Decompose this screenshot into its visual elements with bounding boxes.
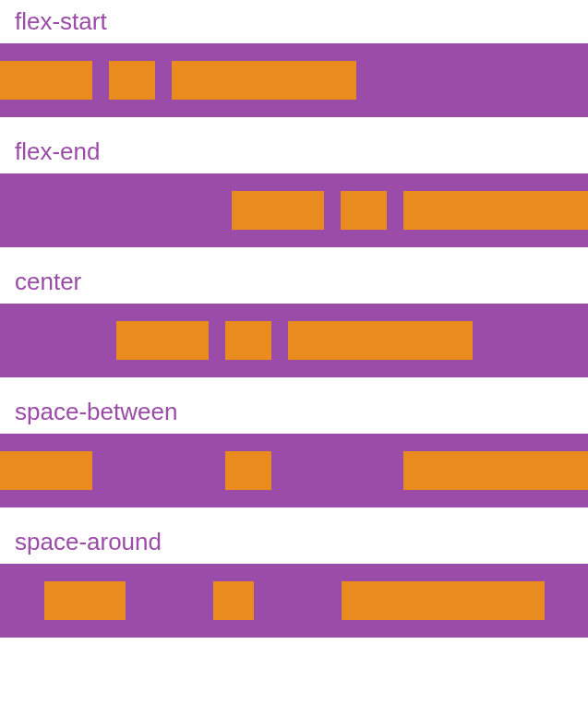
center-section: center <box>0 268 588 377</box>
flex-item <box>109 61 155 100</box>
flex-start-container <box>0 43 588 117</box>
space-between-label: space-between <box>0 398 588 434</box>
flex-item <box>116 321 209 360</box>
flex-item <box>403 451 588 490</box>
flex-item <box>288 321 473 360</box>
flex-item <box>403 191 588 230</box>
flex-end-label: flex-end <box>0 137 588 173</box>
flex-item <box>225 321 271 360</box>
flex-item <box>225 451 271 490</box>
space-around-label: space-around <box>0 528 588 564</box>
space-around-container <box>0 564 588 638</box>
center-label: center <box>0 268 588 304</box>
space-around-section: space-around <box>0 528 588 638</box>
flex-item <box>213 581 254 620</box>
flex-end-section: flex-end <box>0 137 588 247</box>
flex-item <box>172 61 356 100</box>
flex-item <box>0 451 92 490</box>
space-between-container <box>0 434 588 507</box>
center-container <box>0 304 588 377</box>
flex-item <box>44 581 126 620</box>
flex-end-container <box>0 173 588 247</box>
flex-start-section: flex-start <box>0 7 588 117</box>
space-between-section: space-between <box>0 398 588 507</box>
flex-item <box>341 191 387 230</box>
flex-item <box>342 581 545 620</box>
flex-item <box>0 61 92 100</box>
flex-item <box>232 191 324 230</box>
flex-start-label: flex-start <box>0 7 588 43</box>
